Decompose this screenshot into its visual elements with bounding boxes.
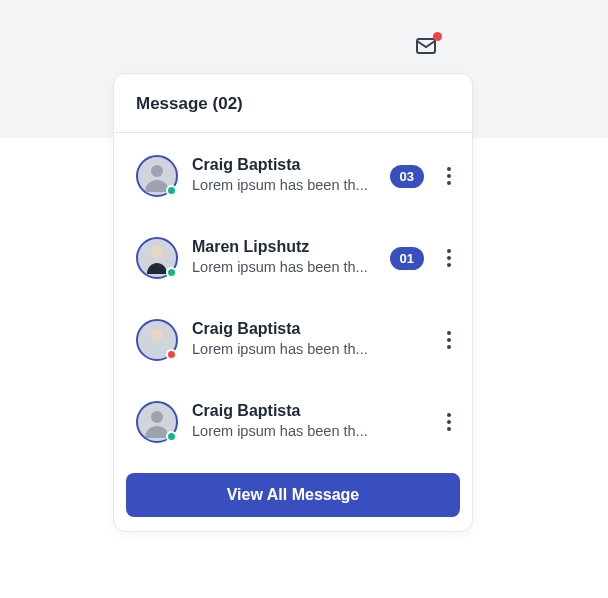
- sender-name: Craig Baptista: [192, 320, 424, 338]
- mail-icon-button[interactable]: [414, 34, 440, 60]
- message-text: Craig Baptista Lorem ipsum has been th..…: [192, 320, 424, 360]
- message-preview: Lorem ipsum has been th...: [192, 176, 376, 196]
- unread-badge: 03: [390, 165, 424, 188]
- svg-point-3: [151, 329, 163, 341]
- message-row[interactable]: Craig Baptista Lorem ipsum has been th..…: [136, 297, 464, 379]
- status-indicator: [166, 185, 177, 196]
- message-text: Craig Baptista Lorem ipsum has been th..…: [192, 156, 376, 196]
- status-indicator: [166, 349, 177, 360]
- view-all-button[interactable]: View All Message: [126, 473, 460, 517]
- avatar: [136, 319, 178, 361]
- more-vertical-icon: [447, 249, 451, 267]
- messages-panel: Message (02) Craig Baptista Lorem ipsum …: [113, 73, 473, 532]
- svg-point-1: [151, 165, 163, 177]
- avatar: [136, 401, 178, 443]
- svg-point-4: [151, 411, 163, 423]
- message-preview: Lorem ipsum has been th...: [192, 258, 376, 278]
- more-vertical-icon: [447, 167, 451, 185]
- panel-footer: View All Message: [114, 459, 472, 531]
- more-options-button[interactable]: [438, 408, 460, 436]
- message-row[interactable]: Craig Baptista Lorem ipsum has been th..…: [136, 379, 464, 459]
- message-preview: Lorem ipsum has been th...: [192, 422, 424, 442]
- more-options-button[interactable]: [438, 244, 460, 272]
- sender-name: Craig Baptista: [192, 402, 424, 420]
- more-options-button[interactable]: [438, 326, 460, 354]
- sender-name: Maren Lipshutz: [192, 238, 376, 256]
- sender-name: Craig Baptista: [192, 156, 376, 174]
- notification-dot: [433, 32, 442, 41]
- messages-list[interactable]: Craig Baptista Lorem ipsum has been th..…: [114, 133, 472, 459]
- status-indicator: [166, 267, 177, 278]
- message-text: Craig Baptista Lorem ipsum has been th..…: [192, 402, 424, 442]
- avatar: [136, 237, 178, 279]
- more-vertical-icon: [447, 413, 451, 431]
- message-text: Maren Lipshutz Lorem ipsum has been th..…: [192, 238, 376, 278]
- message-row[interactable]: Maren Lipshutz Lorem ipsum has been th..…: [136, 215, 464, 297]
- panel-title: Message (02): [136, 94, 450, 114]
- message-row[interactable]: Craig Baptista Lorem ipsum has been th..…: [136, 133, 464, 215]
- panel-header: Message (02): [114, 74, 472, 133]
- more-vertical-icon: [447, 331, 451, 349]
- message-preview: Lorem ipsum has been th...: [192, 340, 424, 360]
- svg-point-2: [151, 246, 163, 258]
- avatar: [136, 155, 178, 197]
- status-indicator: [166, 431, 177, 442]
- more-options-button[interactable]: [438, 162, 460, 190]
- unread-badge: 01: [390, 247, 424, 270]
